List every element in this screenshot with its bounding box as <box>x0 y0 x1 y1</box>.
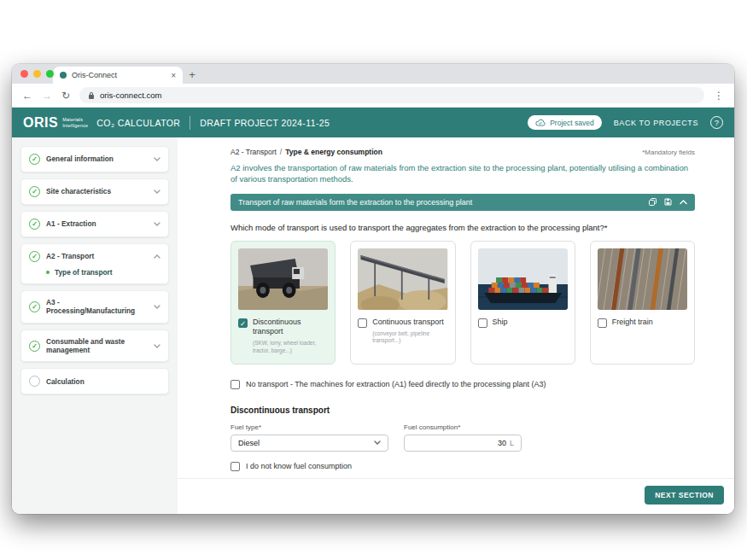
address-bar[interactable]: oris-connect.com <box>79 87 704 103</box>
brand-name: ORIS <box>23 115 58 131</box>
close-window-button[interactable] <box>20 70 28 78</box>
fuel-consumption-label: Fuel consumption* <box>404 423 522 431</box>
back-to-projects-link[interactable]: BACK TO PROJECTS <box>614 119 698 127</box>
header-divider <box>190 116 190 130</box>
card-discontinuous-transport[interactable]: Discontinuous transport (SKW, lorry, whe… <box>231 241 336 365</box>
unknown-consumption-option[interactable]: I do not know fuel consumption <box>231 461 695 471</box>
sidebar-item-label: A1 - Extraction <box>46 219 148 228</box>
continuous-transport-checkbox[interactable] <box>358 318 367 328</box>
sidebar-item-label: Site characteristics <box>46 187 148 195</box>
ship-checkbox[interactable] <box>478 318 487 328</box>
browser-window: Oris-Connect × + ← → ↻ oris-connect.com … <box>12 64 734 514</box>
sidebar-item-consumable-waste[interactable]: Consumable and waste management <box>20 330 169 363</box>
fuel-type-select[interactable]: Diesel <box>231 435 388 452</box>
check-circle-icon <box>29 186 40 197</box>
unknown-consumption-label: I do not know fuel consumption <box>246 462 352 470</box>
bullet-icon <box>46 271 50 274</box>
back-icon[interactable]: ← <box>22 90 32 101</box>
oris-logo: ORIS Materials Intelligence <box>23 115 88 131</box>
next-section-button[interactable]: NEXT SECTION <box>645 486 724 505</box>
forward-icon[interactable]: → <box>42 90 52 101</box>
freight-train-checkbox[interactable] <box>598 318 607 328</box>
sidebar-item-label: A2 - Transport <box>46 252 148 260</box>
discontinuous-transport-checkbox[interactable] <box>238 318 248 328</box>
chevron-up-icon[interactable] <box>154 254 160 259</box>
select-caret-icon <box>374 440 381 445</box>
breadcrumb: A2 - Transport/Type & energy consumption <box>231 148 382 156</box>
help-icon[interactable]: ? <box>710 116 723 129</box>
sidebar-item-calculation[interactable]: Calculation <box>20 368 169 394</box>
dump-truck-image <box>238 248 328 310</box>
page-content: General information Site characteristics… <box>12 137 734 514</box>
collapsible-section-header[interactable]: Transport of raw materials form the extr… <box>231 194 695 211</box>
chevron-down-icon[interactable] <box>154 157 160 161</box>
no-transport-option[interactable]: No transport - The machines for extracti… <box>231 379 695 389</box>
main-panel: A2 - Transport/Type & energy consumption… <box>178 137 734 514</box>
conveyor-belt-image <box>358 248 447 310</box>
sidebar-item-a1-extraction[interactable]: A1 - Extraction <box>20 211 169 237</box>
sidebar-item-a2-transport[interactable]: A2 - Transport Type of transport <box>20 243 169 284</box>
browser-url-bar: ← → ↻ oris-connect.com ⋮ <box>12 84 734 108</box>
brand-tagline-line2: Intelligence <box>62 123 88 129</box>
window-controls <box>20 70 54 78</box>
chevron-down-icon[interactable] <box>154 305 160 309</box>
mandatory-fields-note: *Mandatory fields <box>642 149 695 156</box>
transport-card-grid: Discontinuous transport (SKW, lorry, whe… <box>231 241 695 365</box>
card-ship[interactable]: Ship <box>470 241 575 365</box>
pending-circle-icon <box>29 376 40 387</box>
card-continuous-transport[interactable]: Continuous transport (conveyor belt, pip… <box>350 241 455 365</box>
card-freight-train[interactable]: Freight train <box>590 241 695 365</box>
site-favicon-icon <box>60 72 67 79</box>
cloud-check-icon <box>535 119 546 126</box>
chevron-down-icon[interactable] <box>154 344 160 348</box>
card-label: Ship <box>493 318 508 328</box>
card-label: Continuous transport <box>372 318 444 328</box>
fuel-consumption-unit: L <box>510 439 514 447</box>
lock-icon <box>88 91 95 100</box>
fuel-type-value: Diesel <box>238 439 260 447</box>
sidebar-item-a3-processing[interactable]: A3 - Processing/Manufacturing <box>20 290 169 324</box>
section-header-title: Transport of raw materials form the extr… <box>238 198 641 207</box>
freight-train-image <box>598 248 687 310</box>
unknown-consumption-checkbox[interactable] <box>231 462 240 471</box>
sidebar-item-general-information[interactable]: General information <box>20 146 169 172</box>
main-footer: NEXT SECTION <box>178 478 734 514</box>
chevron-down-icon[interactable] <box>154 190 160 194</box>
sidebar-subitem-label: Type of transport <box>55 268 113 277</box>
no-transport-label: No transport - The machines for extracti… <box>246 380 546 388</box>
no-transport-checkbox[interactable] <box>231 380 240 389</box>
reload-icon[interactable]: ↻ <box>61 90 70 101</box>
sidebar-item-site-characteristics[interactable]: Site characteristics <box>20 178 169 205</box>
maximize-window-button[interactable] <box>46 70 54 78</box>
fuel-consumption-field: Fuel consumption* 30 L <box>404 423 522 452</box>
fuel-consumption-value: 30 <box>498 439 506 447</box>
chevron-down-icon[interactable] <box>154 222 160 226</box>
browser-tab-strip: Oris-Connect × + <box>12 64 734 84</box>
collapse-chevron-up-icon[interactable] <box>680 200 687 205</box>
sidebar-item-label: General information <box>46 155 148 163</box>
sidebar-subitem-type-of-transport[interactable]: Type of transport <box>29 268 160 277</box>
new-tab-button[interactable]: + <box>183 68 201 84</box>
close-tab-icon[interactable]: × <box>171 71 176 80</box>
check-circle-icon <box>29 301 40 312</box>
transport-mode-question: Which mode of transport is used to trans… <box>231 223 695 232</box>
breadcrumb-section[interactable]: A2 - Transport <box>231 148 277 156</box>
url-text: oris-connect.com <box>100 90 161 100</box>
minimize-window-button[interactable] <box>33 70 41 78</box>
fuel-type-label: Fuel type* <box>231 423 388 431</box>
check-circle-icon <box>29 341 40 352</box>
section-description: A2 involves the transportation of raw ma… <box>231 162 695 185</box>
app-title: CO₂ CALCULATOR <box>96 118 180 128</box>
duplicate-icon[interactable] <box>649 198 657 206</box>
save-icon[interactable] <box>664 198 672 206</box>
check-circle-icon <box>29 219 40 230</box>
browser-tab[interactable]: Oris-Connect × <box>53 67 183 84</box>
card-label: Discontinuous transport <box>253 318 328 337</box>
sidebar-item-label: Calculation <box>46 377 160 386</box>
app-header: ORIS Materials Intelligence CO₂ CALCULAT… <box>12 108 734 137</box>
card-label: Freight train <box>612 318 653 328</box>
kebab-menu-icon[interactable]: ⋮ <box>714 90 724 101</box>
brand-tagline: Materials Intelligence <box>62 117 88 128</box>
fuel-consumption-input[interactable]: 30 L <box>404 435 522 452</box>
discontinuous-transport-heading: Discontinuous transport <box>231 405 695 415</box>
